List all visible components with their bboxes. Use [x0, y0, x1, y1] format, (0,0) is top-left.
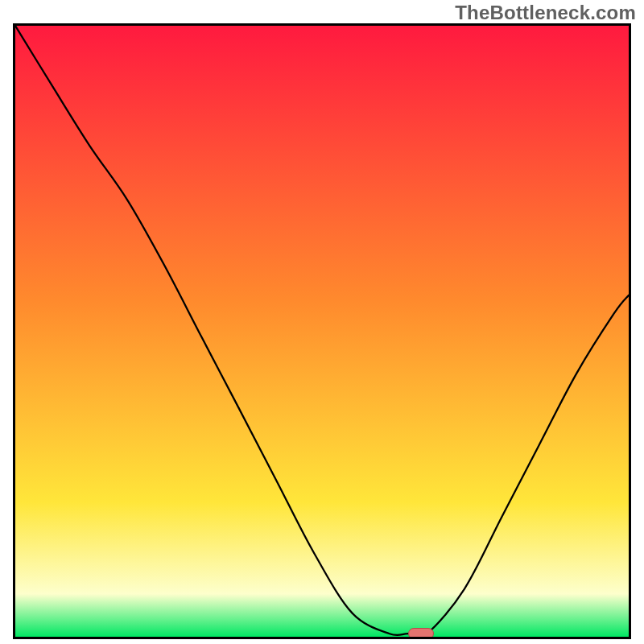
watermark-text: TheBottleneck.com	[455, 2, 636, 24]
bottleneck-curve	[15, 26, 629, 637]
optimal-point-marker	[408, 628, 434, 639]
plot-area	[13, 23, 631, 639]
figure-stage: TheBottleneck.com	[0, 0, 644, 644]
